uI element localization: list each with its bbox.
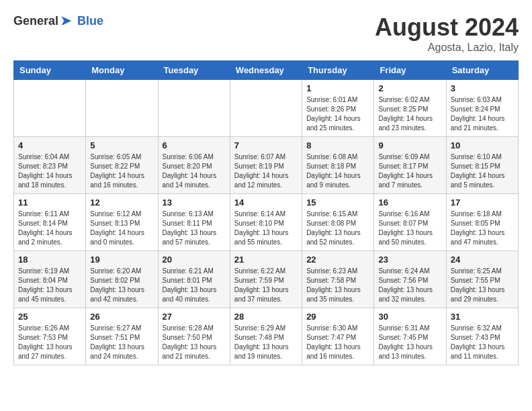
day-number: 17: [451, 197, 514, 208]
day-number: 26: [90, 312, 153, 322]
day-number: 16: [378, 197, 441, 208]
table-row: 4Sunrise: 6:04 AM Sunset: 8:23 PM Daylig…: [14, 137, 86, 194]
day-info: Sunrise: 6:20 AM Sunset: 8:02 PM Dayligh…: [90, 267, 153, 304]
table-row: 1Sunrise: 6:01 AM Sunset: 8:26 PM Daylig…: [302, 80, 374, 137]
title-block: August 2024 Agosta, Lazio, Italy: [375, 13, 519, 54]
day-number: 15: [306, 197, 369, 208]
table-row: 30Sunrise: 6:31 AM Sunset: 7:45 PM Dayli…: [374, 308, 446, 365]
day-number: 27: [163, 312, 226, 322]
table-row: 10Sunrise: 6:10 AM Sunset: 8:15 PM Dayli…: [446, 137, 518, 194]
day-info: Sunrise: 6:27 AM Sunset: 7:51 PM Dayligh…: [90, 324, 153, 361]
day-number: 20: [163, 255, 226, 265]
table-row: 3Sunrise: 6:03 AM Sunset: 8:24 PM Daylig…: [446, 80, 518, 137]
table-row: 15Sunrise: 6:15 AM Sunset: 8:08 PM Dayli…: [302, 194, 374, 251]
calendar-week-row: 25Sunrise: 6:26 AM Sunset: 7:53 PM Dayli…: [14, 308, 519, 365]
day-info: Sunrise: 6:05 AM Sunset: 8:22 PM Dayligh…: [90, 152, 153, 190]
header-tuesday: Tuesday: [158, 61, 230, 80]
day-number: 8: [306, 140, 369, 150]
day-info: Sunrise: 6:24 AM Sunset: 7:56 PM Dayligh…: [378, 267, 441, 304]
logo-general-text: General: [13, 14, 58, 28]
day-info: Sunrise: 6:08 AM Sunset: 8:18 PM Dayligh…: [306, 152, 369, 190]
day-info: Sunrise: 6:30 AM Sunset: 7:47 PM Dayligh…: [306, 324, 369, 361]
day-number: 29: [306, 312, 369, 322]
table-row: [230, 80, 302, 137]
table-row: [14, 80, 86, 137]
table-row: 23Sunrise: 6:24 AM Sunset: 7:56 PM Dayli…: [374, 251, 446, 308]
calendar-header-row: Sunday Monday Tuesday Wednesday Thursday…: [14, 61, 519, 80]
day-number: 3: [451, 83, 514, 93]
header-wednesday: Wednesday: [230, 61, 302, 80]
header-monday: Monday: [86, 61, 158, 80]
day-info: Sunrise: 6:06 AM Sunset: 8:20 PM Dayligh…: [163, 152, 226, 190]
table-row: 8Sunrise: 6:08 AM Sunset: 8:18 PM Daylig…: [302, 137, 374, 194]
logo-blue-text: Blue: [77, 14, 103, 28]
day-info: Sunrise: 6:14 AM Sunset: 8:10 PM Dayligh…: [234, 210, 298, 247]
day-info: Sunrise: 6:23 AM Sunset: 7:58 PM Dayligh…: [306, 267, 369, 304]
day-number: 31: [451, 312, 514, 322]
day-number: 21: [234, 255, 298, 265]
table-row: 6Sunrise: 6:06 AM Sunset: 8:20 PM Daylig…: [158, 137, 230, 194]
calendar-week-row: 11Sunrise: 6:11 AM Sunset: 8:14 PM Dayli…: [14, 194, 519, 251]
day-number: 4: [18, 140, 81, 150]
table-row: 20Sunrise: 6:21 AM Sunset: 8:01 PM Dayli…: [158, 251, 230, 308]
day-number: 10: [451, 140, 514, 150]
header-saturday: Saturday: [446, 61, 518, 80]
table-row: 28Sunrise: 6:29 AM Sunset: 7:48 PM Dayli…: [230, 308, 302, 365]
day-number: 1: [306, 83, 369, 93]
day-number: 12: [90, 197, 153, 208]
table-row: [158, 80, 230, 137]
table-row: 13Sunrise: 6:13 AM Sunset: 8:11 PM Dayli…: [158, 194, 230, 251]
header-sunday: Sunday: [14, 61, 86, 80]
location-title: Agosta, Lazio, Italy: [375, 42, 519, 54]
day-info: Sunrise: 6:18 AM Sunset: 8:05 PM Dayligh…: [451, 210, 514, 247]
table-row: 24Sunrise: 6:25 AM Sunset: 7:55 PM Dayli…: [446, 251, 518, 308]
day-info: Sunrise: 6:10 AM Sunset: 8:15 PM Dayligh…: [451, 152, 514, 190]
month-title: August 2024: [375, 13, 519, 42]
table-row: 12Sunrise: 6:12 AM Sunset: 8:13 PM Dayli…: [86, 194, 158, 251]
table-row: 16Sunrise: 6:16 AM Sunset: 8:07 PM Dayli…: [374, 194, 446, 251]
day-info: Sunrise: 6:04 AM Sunset: 8:23 PM Dayligh…: [18, 152, 81, 190]
day-info: Sunrise: 6:21 AM Sunset: 8:01 PM Dayligh…: [163, 267, 226, 304]
calendar-week-row: 18Sunrise: 6:19 AM Sunset: 8:04 PM Dayli…: [14, 251, 519, 308]
day-info: Sunrise: 6:19 AM Sunset: 8:04 PM Dayligh…: [18, 267, 81, 304]
day-number: 18: [18, 255, 81, 265]
table-row: 25Sunrise: 6:26 AM Sunset: 7:53 PM Dayli…: [14, 308, 86, 365]
table-row: [86, 80, 158, 137]
table-row: 21Sunrise: 6:22 AM Sunset: 7:59 PM Dayli…: [230, 251, 302, 308]
day-number: 7: [234, 140, 298, 150]
table-row: 11Sunrise: 6:11 AM Sunset: 8:14 PM Dayli…: [14, 194, 86, 251]
header-thursday: Thursday: [302, 61, 374, 80]
day-info: Sunrise: 6:16 AM Sunset: 8:07 PM Dayligh…: [378, 210, 441, 247]
table-row: 31Sunrise: 6:32 AM Sunset: 7:43 PM Dayli…: [446, 308, 518, 365]
table-row: 27Sunrise: 6:28 AM Sunset: 7:50 PM Dayli…: [158, 308, 230, 365]
day-info: Sunrise: 6:09 AM Sunset: 8:17 PM Dayligh…: [378, 152, 441, 190]
day-info: Sunrise: 6:11 AM Sunset: 8:14 PM Dayligh…: [18, 210, 81, 247]
day-number: 5: [90, 140, 153, 150]
calendar-table: Sunday Monday Tuesday Wednesday Thursday…: [13, 60, 519, 365]
table-row: 9Sunrise: 6:09 AM Sunset: 8:17 PM Daylig…: [374, 137, 446, 194]
table-row: 7Sunrise: 6:07 AM Sunset: 8:19 PM Daylig…: [230, 137, 302, 194]
day-info: Sunrise: 6:28 AM Sunset: 7:50 PM Dayligh…: [163, 324, 226, 361]
calendar-week-row: 4Sunrise: 6:04 AM Sunset: 8:23 PM Daylig…: [14, 137, 519, 194]
day-number: 11: [18, 197, 81, 208]
day-number: 9: [378, 140, 441, 150]
day-number: 13: [163, 197, 226, 208]
day-number: 23: [378, 255, 441, 265]
table-row: 17Sunrise: 6:18 AM Sunset: 8:05 PM Dayli…: [446, 194, 518, 251]
table-row: 22Sunrise: 6:23 AM Sunset: 7:58 PM Dayli…: [302, 251, 374, 308]
day-info: Sunrise: 6:01 AM Sunset: 8:26 PM Dayligh…: [306, 95, 369, 133]
table-row: 18Sunrise: 6:19 AM Sunset: 8:04 PM Dayli…: [14, 251, 86, 308]
day-info: Sunrise: 6:31 AM Sunset: 7:45 PM Dayligh…: [378, 324, 441, 361]
day-number: 14: [234, 197, 298, 208]
day-info: Sunrise: 6:25 AM Sunset: 7:55 PM Dayligh…: [451, 267, 514, 304]
day-info: Sunrise: 6:32 AM Sunset: 7:43 PM Dayligh…: [451, 324, 514, 361]
day-number: 6: [163, 140, 226, 150]
table-row: 14Sunrise: 6:14 AM Sunset: 8:10 PM Dayli…: [230, 194, 302, 251]
table-row: 19Sunrise: 6:20 AM Sunset: 8:02 PM Dayli…: [86, 251, 158, 308]
header-friday: Friday: [374, 61, 446, 80]
day-info: Sunrise: 6:12 AM Sunset: 8:13 PM Dayligh…: [90, 210, 153, 247]
day-info: Sunrise: 6:22 AM Sunset: 7:59 PM Dayligh…: [234, 267, 298, 304]
day-number: 2: [378, 83, 441, 93]
table-row: 26Sunrise: 6:27 AM Sunset: 7:51 PM Dayli…: [86, 308, 158, 365]
day-number: 28: [234, 312, 298, 322]
